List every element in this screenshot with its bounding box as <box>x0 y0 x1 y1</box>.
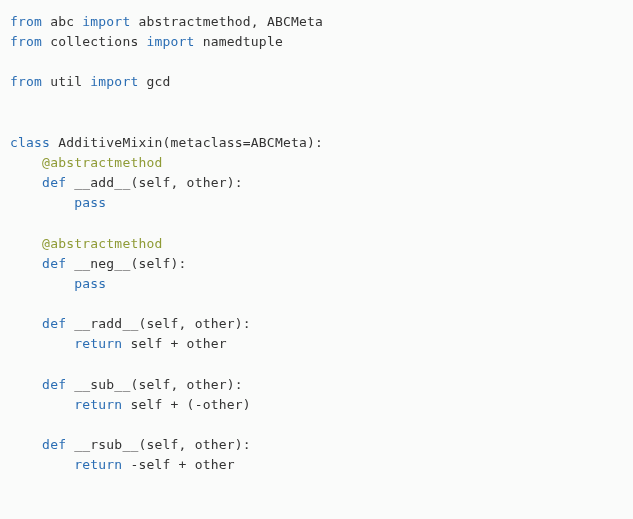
code-token <box>10 397 74 412</box>
code-line: return self + (-other) <box>10 397 251 412</box>
code-token: self + (-other) <box>122 397 250 412</box>
code-line: @abstractmethod <box>10 155 163 170</box>
code-token: gcd <box>138 74 170 89</box>
code-token: from <box>10 74 42 89</box>
code-line: def __neg__(self): <box>10 256 187 271</box>
code-token: return <box>74 457 122 472</box>
code-line: from abc import abstractmethod, ABCMeta <box>10 14 323 29</box>
code-block: from abc import abstractmethod, ABCMeta … <box>10 12 623 475</box>
code-token: __sub__(self, other): <box>66 377 243 392</box>
code-token: abc <box>42 14 82 29</box>
code-token: collections <box>42 34 146 49</box>
code-token <box>10 195 74 210</box>
code-token: @abstractmethod <box>42 155 162 170</box>
code-token: self + other <box>122 336 226 351</box>
code-token: AdditiveMixin(metaclass=ABCMeta): <box>50 135 323 150</box>
code-line: def __sub__(self, other): <box>10 377 243 392</box>
code-line: @abstractmethod <box>10 236 163 251</box>
code-token <box>10 155 42 170</box>
code-token: -self + other <box>122 457 234 472</box>
code-token: pass <box>74 195 106 210</box>
code-token <box>10 437 42 452</box>
code-token <box>10 457 74 472</box>
code-token: import <box>90 74 138 89</box>
code-token <box>10 336 74 351</box>
code-token: def <box>42 175 66 190</box>
code-line: def __rsub__(self, other): <box>10 437 251 452</box>
code-line: return self + other <box>10 336 227 351</box>
code-line: pass <box>10 276 106 291</box>
code-token: def <box>42 437 66 452</box>
code-token: class <box>10 135 50 150</box>
code-token: def <box>42 316 66 331</box>
code-line: from collections import namedtuple <box>10 34 283 49</box>
code-line: pass <box>10 195 106 210</box>
code-token: pass <box>74 276 106 291</box>
code-token: from <box>10 14 42 29</box>
code-token: util <box>42 74 90 89</box>
code-token: __rsub__(self, other): <box>66 437 251 452</box>
code-token: def <box>42 256 66 271</box>
code-token: import <box>146 34 194 49</box>
code-line: def __radd__(self, other): <box>10 316 251 331</box>
code-line: def __add__(self, other): <box>10 175 243 190</box>
code-token: abstractmethod, ABCMeta <box>130 14 323 29</box>
code-token: import <box>82 14 130 29</box>
code-token: __add__(self, other): <box>66 175 243 190</box>
code-line: class AdditiveMixin(metaclass=ABCMeta): <box>10 135 323 150</box>
code-token: __radd__(self, other): <box>66 316 251 331</box>
code-token <box>10 316 42 331</box>
code-line: return -self + other <box>10 457 235 472</box>
code-token: @abstractmethod <box>42 236 162 251</box>
code-token: __neg__(self): <box>66 256 186 271</box>
code-token <box>10 377 42 392</box>
code-token <box>10 276 74 291</box>
code-line: from util import gcd <box>10 74 171 89</box>
code-token <box>10 256 42 271</box>
code-token <box>10 236 42 251</box>
code-token: def <box>42 377 66 392</box>
code-token: from <box>10 34 42 49</box>
code-token: return <box>74 336 122 351</box>
code-token: return <box>74 397 122 412</box>
code-token <box>10 175 42 190</box>
code-token: namedtuple <box>195 34 283 49</box>
